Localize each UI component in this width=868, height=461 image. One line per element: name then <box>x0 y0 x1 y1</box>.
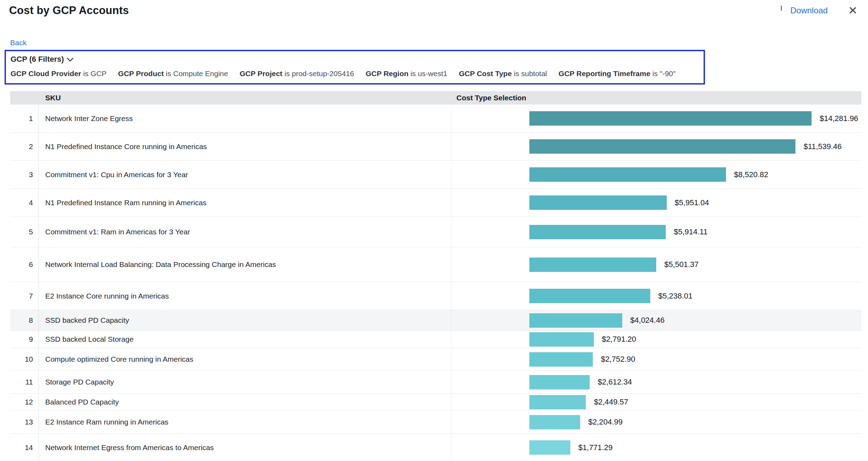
row-index: 1 <box>10 105 39 132</box>
row-index: 11 <box>10 371 39 393</box>
cost-bar[interactable] <box>529 415 580 429</box>
filter-chip[interactable]: GCP Project is prod-setup-205416 <box>239 69 354 78</box>
back-link[interactable]: Back <box>10 39 27 47</box>
cost-bar-cell: $2,752.90 <box>452 348 861 370</box>
table-row[interactable]: 8SSD backed PD Capacity$4,024.46 <box>10 310 861 331</box>
filter-operator: is <box>411 69 416 78</box>
cost-bar-cell: $5,501.37 <box>452 247 861 282</box>
filter-chip[interactable]: GCP Region is us-west1 <box>366 69 447 78</box>
top-bar: Cost by GCP Accounts Download ✕ <box>0 0 868 17</box>
filter-group-toggle[interactable]: GCP (6 Filters) <box>11 55 73 64</box>
cost-bar[interactable] <box>529 225 666 239</box>
download-icon <box>777 5 786 16</box>
table-row[interactable]: 12Balanced PD Capacity$2,449.57 <box>10 394 861 411</box>
header-actions: Download ✕ <box>777 5 857 16</box>
cost-value-label: $2,204.99 <box>588 417 623 427</box>
row-index: 8 <box>10 310 39 330</box>
table-row[interactable]: 11Storage PD Capacity$2,612.34 <box>10 371 861 394</box>
table-row[interactable]: 1Network Inter Zone Egress$14,281.96 <box>10 105 861 133</box>
cost-bar-cell: $2,791.20 <box>452 331 861 348</box>
table-row[interactable]: 7E2 Instance Core running in Americas$5,… <box>10 282 861 310</box>
table-body: 1Network Inter Zone Egress$14,281.962N1 … <box>10 105 861 461</box>
sku-label: N1 Predefined Instance Core running in A… <box>39 133 452 160</box>
filter-value: subtotal <box>521 69 547 78</box>
filter-chip-list: GCP Cloud Provider is GCP GCP Product is… <box>11 69 698 78</box>
table-row[interactable]: 6Network Internal Load Balancing: Data P… <box>10 247 861 282</box>
cost-value-label: $5,501.37 <box>664 260 699 269</box>
cost-bar[interactable] <box>529 395 586 409</box>
row-index: 2 <box>10 133 39 160</box>
cost-bar[interactable] <box>529 139 795 154</box>
sku-label: E2 Instance Ram running in Americas <box>39 411 452 433</box>
filter-chip[interactable]: GCP Cloud Provider is GCP <box>11 69 107 78</box>
cost-bar[interactable] <box>529 375 590 389</box>
filter-operator: is <box>83 69 88 78</box>
cost-bar-cell: $1,771.29 <box>452 434 861 461</box>
cost-bar[interactable] <box>529 111 812 126</box>
sku-label: N1 Predefined Instance Ram running in Am… <box>39 189 452 216</box>
filter-field: GCP Cost Type <box>459 69 512 78</box>
cost-bar-cell: $8,520.82 <box>452 161 861 188</box>
cost-value-label: $5,238.01 <box>658 292 693 301</box>
row-index: 10 <box>10 348 39 370</box>
cost-bar[interactable] <box>529 258 656 272</box>
filter-group-label: GCP (6 Filters) <box>11 55 64 64</box>
sku-label: Commitment v1: Cpu in Americas for 3 Yea… <box>39 161 452 188</box>
row-index: 9 <box>10 331 39 348</box>
filter-field: GCP Reporting Timeframe <box>558 69 650 78</box>
page-title: Cost by GCP Accounts <box>9 4 129 17</box>
cost-bar-cell: $2,449.57 <box>452 394 861 410</box>
cost-value-label: $2,791.20 <box>602 335 636 344</box>
download-button[interactable]: Download <box>777 5 828 16</box>
table-row[interactable]: 9SSD backed Local Storage$2,791.20 <box>10 331 861 348</box>
cost-bar-cell: $2,612.34 <box>452 371 861 393</box>
table-row[interactable]: 3Commitment v1: Cpu in Americas for 3 Ye… <box>10 161 861 189</box>
cost-bar[interactable] <box>529 195 667 210</box>
sku-label: SSD backed PD Capacity <box>39 310 452 330</box>
table-row[interactable]: 10Compute optimized Core running in Amer… <box>10 348 861 371</box>
sku-label: Compute optimized Core running in Americ… <box>39 348 452 370</box>
cost-bar[interactable] <box>529 167 726 182</box>
cost-value-label: $11,539.46 <box>803 142 841 151</box>
chevron-down-icon <box>67 55 73 64</box>
download-label: Download <box>790 6 828 15</box>
filter-value: GCP <box>90 69 107 78</box>
filter-chip[interactable]: GCP Cost Type is subtotal <box>459 69 547 78</box>
row-index: 5 <box>10 217 39 247</box>
cost-bar[interactable] <box>529 332 594 347</box>
sku-label: Storage PD Capacity <box>39 371 452 393</box>
filter-value: "-90" <box>660 69 676 78</box>
cost-type-column-header: Cost Type Selection <box>452 94 861 102</box>
cost-value-label: $8,520.82 <box>734 170 768 179</box>
cost-bar-cell: $11,539.46 <box>452 133 861 160</box>
table-row[interactable]: 14Network Internet Egress from Americas … <box>10 434 861 461</box>
cost-bar[interactable] <box>529 313 622 328</box>
table-row[interactable]: 2N1 Predefined Instance Core running in … <box>10 133 861 161</box>
filter-operator: is <box>652 69 658 78</box>
cost-bar[interactable] <box>529 289 650 303</box>
filter-value: us-west1 <box>418 69 447 78</box>
table-row[interactable]: 4N1 Predefined Instance Ram running in A… <box>10 189 861 217</box>
cost-bar[interactable] <box>529 440 570 455</box>
cost-value-label: $4,024.46 <box>630 316 665 325</box>
cost-bar[interactable] <box>529 352 593 367</box>
row-index: 3 <box>10 161 39 188</box>
filter-chip[interactable]: GCP Product is Compute Engine <box>118 69 228 78</box>
row-index: 14 <box>10 434 39 461</box>
cost-value-label: $2,612.34 <box>598 378 632 387</box>
sku-label: Commitment v1: Ram in Americas for 3 Yea… <box>39 217 452 247</box>
cost-bar-cell: $5,951.04 <box>452 189 861 216</box>
cost-bar-cell: $14,281.96 <box>452 105 861 132</box>
filter-operator: is <box>514 69 519 78</box>
cost-value-label: $14,281.96 <box>820 114 858 123</box>
row-index: 12 <box>10 394 39 410</box>
row-index: 7 <box>10 282 39 310</box>
sku-label: Network Internet Egress from Americas to… <box>39 434 452 461</box>
filter-chip[interactable]: GCP Reporting Timeframe is "-90" <box>558 69 676 78</box>
filter-value: Compute Engine <box>173 69 228 78</box>
table-row[interactable]: 13E2 Instance Ram running in Americas$2,… <box>10 411 861 434</box>
sku-label: Balanced PD Capacity <box>39 394 452 410</box>
close-icon[interactable]: ✕ <box>848 5 857 16</box>
table-row[interactable]: 5Commitment v1: Ram in Americas for 3 Ye… <box>10 217 861 247</box>
cost-value-label: $2,449.57 <box>594 397 628 407</box>
